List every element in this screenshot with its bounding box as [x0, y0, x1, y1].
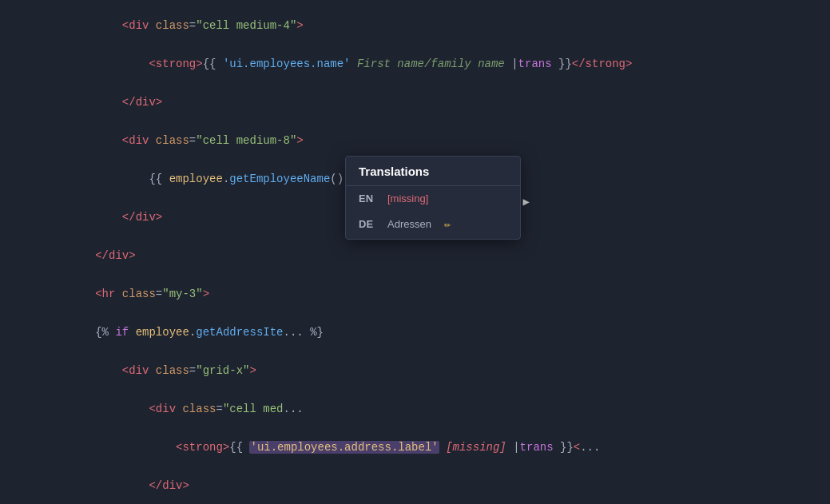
- edit-icon-de[interactable]: ✏: [444, 217, 451, 231]
- line-content-13: </div>: [38, 466, 830, 504]
- code-line-10: <div class="grid-x">: [0, 351, 830, 390]
- code-area: <div class="cell medium-4"> <strong>{{ '…: [0, 0, 830, 504]
- popup-title: Translations: [359, 165, 429, 178]
- lang-label-en: EN: [359, 192, 378, 204]
- translation-value-de: Adressen: [387, 218, 431, 230]
- code-line-1: <div class="cell medium-4">: [0, 6, 830, 45]
- missing-text-en: [missing]: [387, 192, 428, 204]
- popup-row-en: EN [missing]: [346, 186, 520, 211]
- code-line-2: <strong>{{ 'ui.employees.name' First nam…: [0, 45, 830, 83]
- code-line-9: {% if employee.getAddressIte... %}: [0, 313, 830, 351]
- code-line-12: <strong>{{ 'ui.employees.address.label' …: [0, 428, 830, 466]
- code-editor: <div class="cell medium-4"> <strong>{{ '…: [0, 0, 830, 504]
- code-line-13: </div>: [0, 466, 830, 504]
- line-content-7: </div>: [38, 236, 830, 275]
- lang-label-de: DE: [359, 218, 378, 230]
- code-line-4: <div class="cell medium-8">: [0, 121, 830, 160]
- line-content-12: <strong>{{ 'ui.employees.address.label' …: [38, 428, 830, 466]
- line-content-2: <strong>{{ 'ui.employees.name' First nam…: [38, 45, 830, 83]
- line-content-10: <div class="grid-x">: [38, 351, 830, 390]
- code-line-3: </div>: [0, 83, 830, 121]
- code-line-11: <div class="cell med...: [0, 390, 830, 428]
- line-content-8: <hr class="my-3">: [38, 275, 830, 313]
- code-line-8: <hr class="my-3">: [0, 275, 830, 313]
- translations-popup: Translations EN [missing] DE Adressen ✏ …: [345, 156, 521, 240]
- line-content-1: <div class="cell medium-4">: [38, 6, 830, 45]
- code-line-7: </div>: [0, 236, 830, 275]
- line-content-4: <div class="cell medium-8">: [38, 121, 830, 160]
- popup-row-de: DE Adressen ✏ ▶: [346, 211, 520, 239]
- line-content-11: <div class="cell med...: [38, 390, 830, 428]
- line-content-9: {% if employee.getAddressIte... %}: [38, 313, 830, 351]
- popup-header: Translations: [346, 157, 520, 186]
- line-content-3: </div>: [38, 83, 830, 121]
